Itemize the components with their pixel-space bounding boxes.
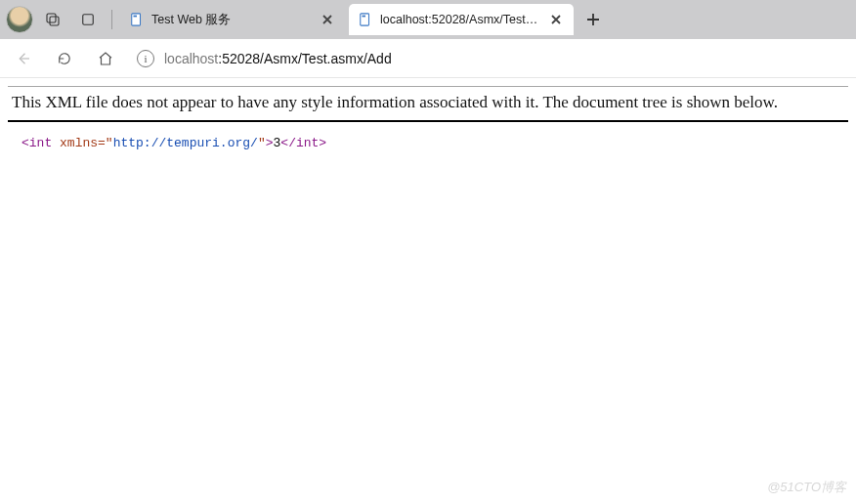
workspaces-icon[interactable] (37, 4, 68, 35)
tab-actions-icon[interactable] (72, 4, 104, 35)
separator (111, 10, 112, 29)
svg-rect-6 (363, 16, 366, 18)
site-info-icon[interactable]: i (137, 50, 154, 67)
back-button[interactable] (8, 43, 39, 74)
home-button[interactable] (90, 43, 121, 74)
tab-title: localhost:52028/Asmx/Test.asmx/ (380, 13, 540, 26)
url-text: localhost:52028/Asmx/Test.asmx/Add (164, 51, 392, 66)
browser-window: Test Web 服务 localhost:52028/Asmx/Test.as… (0, 0, 856, 504)
tab-title: Test Web 服务 (151, 12, 312, 28)
page-favicon (359, 13, 372, 26)
svg-rect-0 (47, 14, 56, 22)
svg-rect-2 (83, 15, 94, 25)
tab-strip: Test Web 服务 localhost:52028/Asmx/Test.as… (0, 0, 856, 39)
address-bar: i localhost:52028/Asmx/Test.asmx/Add (0, 39, 856, 78)
refresh-button[interactable] (49, 43, 80, 74)
url-field[interactable]: i localhost:52028/Asmx/Test.asmx/Add (131, 43, 848, 74)
page-viewport: This XML file does not appear to have an… (0, 78, 856, 504)
tab-active[interactable]: localhost:52028/Asmx/Test.asmx/ (349, 4, 574, 35)
tab-inactive[interactable]: Test Web 服务 (120, 4, 345, 35)
close-icon[interactable] (548, 12, 564, 27)
xml-tree: <int xmlns="http://tempuri.org/">3</int> (8, 122, 848, 150)
url-path: :52028/Asmx/Test.asmx/Add (218, 51, 391, 66)
svg-rect-4 (134, 16, 138, 18)
new-tab-button[interactable] (578, 4, 609, 35)
close-icon[interactable] (320, 12, 335, 27)
xml-notice: This XML file does not appear to have an… (8, 87, 848, 122)
profile-avatar[interactable] (6, 6, 33, 33)
watermark: @51CTO博客 (767, 479, 846, 496)
url-host: localhost (164, 51, 218, 66)
page-favicon (130, 13, 144, 26)
svg-rect-1 (50, 17, 59, 25)
